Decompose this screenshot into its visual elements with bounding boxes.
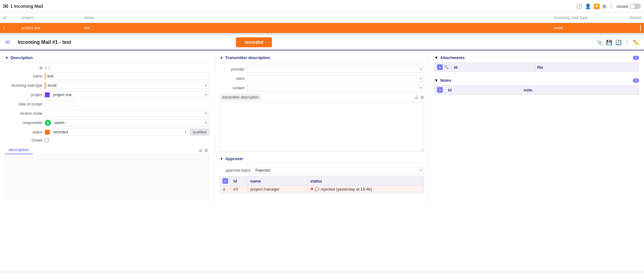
approver-table-body: 🗑 #3 project manager ✕ 💬 rejected (yeste… — [220, 186, 424, 193]
transmitter-textarea[interactable] — [220, 102, 424, 152]
transmitter-desc-tab-bar: transmitter description 🖨 ⊞ — [220, 94, 424, 101]
receive-mode-value — [45, 110, 209, 117]
status-select[interactable]: recorded — [51, 129, 189, 136]
record-toolbar: 📎 💾 🔄 ⋮ ✏️ — [597, 39, 639, 45]
notes-toggle-arrow[interactable]: ▼ — [434, 78, 438, 83]
closed-toggle[interactable]: closed — [616, 3, 641, 9]
attachments-table-head: + 🔍 id file — [435, 63, 639, 72]
date-of-receipt-value — [45, 101, 209, 108]
row-closed-checkbox[interactable] — [640, 25, 641, 31]
description-tab[interactable]: description — [5, 146, 33, 154]
project-select-wrapper: project one — [51, 91, 209, 98]
attachments-section-header: ▼ Attachments 0 — [434, 55, 639, 60]
receive-mode-select[interactable] — [45, 110, 209, 117]
transmitter-desc-area: transmitter description 🖨 ⊞ — [220, 94, 424, 153]
add-attachment-button[interactable]: + — [437, 64, 443, 70]
description-section-header: ▼ Description — [5, 55, 209, 62]
comment-icon[interactable]: 💬 — [315, 187, 320, 192]
date-of-receipt-input[interactable] — [45, 101, 76, 108]
desc-tab-bar: description 🖨 ⊞ — [5, 146, 209, 155]
notes-col-note: note — [521, 86, 639, 95]
filter-icon[interactable]: 🔽 — [594, 3, 600, 9]
client-label: client — [220, 76, 245, 81]
status-color-dot — [45, 130, 50, 135]
receive-mode-label: receive mode — [5, 111, 42, 116]
desc-tab-actions: 🖨 ⊞ — [197, 146, 209, 154]
add-approver-button[interactable]: + — [222, 178, 228, 184]
provider-select-wrapper — [247, 66, 424, 73]
attachments-label: Attachments — [440, 55, 465, 60]
approver-section: ▼ Approver approval status Rejected — [220, 156, 424, 193]
attachments-header-row: + 🔍 id file — [435, 63, 639, 72]
transmitter-desc-tab[interactable]: transmitter description — [220, 94, 261, 101]
search-attachment-icon[interactable]: 🔍 — [444, 65, 449, 69]
status-button[interactable]: recorded — [236, 37, 272, 47]
person-icon[interactable]: 👤 — [585, 3, 591, 9]
approver-toggle-arrow[interactable]: ▼ — [220, 157, 223, 161]
more-options-icon[interactable]: ⋮ — [625, 39, 630, 45]
transmitter-toggle-arrow[interactable]: ▼ — [220, 56, 223, 60]
notes-label: Notes — [440, 78, 451, 83]
columns-icon[interactable]: ⊞ — [602, 3, 606, 9]
approver-row-delete[interactable]: 🗑 — [220, 186, 231, 193]
save-icon[interactable]: 💾 — [606, 39, 612, 45]
notes-badge: 0 — [633, 78, 639, 83]
status-value: recorded qualified — [45, 129, 209, 136]
refresh-icon[interactable]: 🔄 — [615, 39, 622, 45]
responsible-select[interactable]: admin — [52, 119, 209, 126]
description-column: ▼ Description id # 1 name incoming — [0, 50, 215, 204]
id-field-row: id # 1 — [5, 66, 209, 70]
date-of-receipt-row: date of receipt — [5, 101, 209, 108]
edit-icon[interactable]: ✏️ — [633, 39, 639, 45]
attach-col-id: id — [451, 63, 535, 72]
notes-header-row: + id note — [435, 86, 639, 95]
attachments-badge: 0 — [633, 56, 639, 60]
attach-actions: + 🔍 — [437, 64, 449, 70]
closed-toggle-switch[interactable] — [630, 3, 641, 9]
transmitter-print-icon[interactable]: 🖨 — [414, 95, 418, 100]
col-closed: closed — [616, 14, 641, 21]
add-note-button[interactable]: + — [437, 87, 443, 93]
contact-select[interactable] — [247, 85, 424, 91]
row-type: email — [554, 25, 616, 31]
desc-toggle-arrow[interactable]: ▼ — [5, 56, 9, 60]
transmitter-section-header: ▼ Transmitter description — [220, 55, 424, 62]
attach-icon[interactable]: 📎 — [597, 39, 603, 45]
responsible-avatar: A — [45, 120, 51, 126]
qualified-button[interactable]: qualified — [190, 129, 209, 136]
desc-print-icon[interactable]: 🖨 — [198, 148, 203, 153]
more-icon[interactable]: ⋮ — [609, 3, 614, 9]
transmitter-desc-actions: 🖨 ⊞ — [414, 95, 424, 100]
approval-status-select[interactable]: Rejected — [253, 167, 424, 174]
name-field-row: name — [5, 73, 209, 80]
provider-label: provider — [220, 67, 245, 72]
clock-icon[interactable]: 🕐 — [576, 3, 582, 9]
approval-select-wrapper: Rejected — [253, 167, 424, 174]
project-field-row: project project one — [5, 91, 209, 98]
top-bar-title: 1 Incoming Mail — [10, 4, 43, 9]
description-section-label: Description — [11, 55, 33, 60]
transmitter-section-label: Transmitter description — [225, 55, 270, 60]
list-row[interactable]: 1 project one test email — [0, 23, 644, 33]
approver-section-header: ▼ Approver — [220, 156, 424, 163]
attachments-badge-wrapper: 0 — [633, 55, 639, 60]
receive-mode-select-wrapper — [45, 110, 209, 117]
transmitter-grid-icon[interactable]: ⊞ — [420, 95, 424, 100]
client-select-wrapper — [247, 75, 424, 82]
closed-checkbox[interactable] — [45, 138, 49, 142]
responsible-select-wrapper: admin — [52, 119, 209, 126]
trash-icon[interactable]: 🗑 — [222, 187, 226, 192]
attachments-toggle-arrow[interactable]: ▼ — [434, 55, 438, 60]
name-input[interactable] — [45, 73, 209, 80]
notes-table: + id note — [434, 85, 639, 95]
id-number: 1 — [48, 66, 50, 70]
incoming-mail-type-select[interactable]: email — [45, 82, 209, 89]
contact-select-wrapper — [247, 85, 424, 91]
approver-table-head: + id name status — [220, 177, 424, 186]
row-id: 1 — [3, 25, 22, 31]
client-select[interactable] — [247, 75, 424, 82]
desc-grid-icon[interactable]: ⊞ — [204, 148, 208, 153]
project-value: project one — [45, 91, 209, 98]
provider-select[interactable] — [247, 66, 424, 73]
project-select[interactable]: project one — [51, 91, 209, 98]
